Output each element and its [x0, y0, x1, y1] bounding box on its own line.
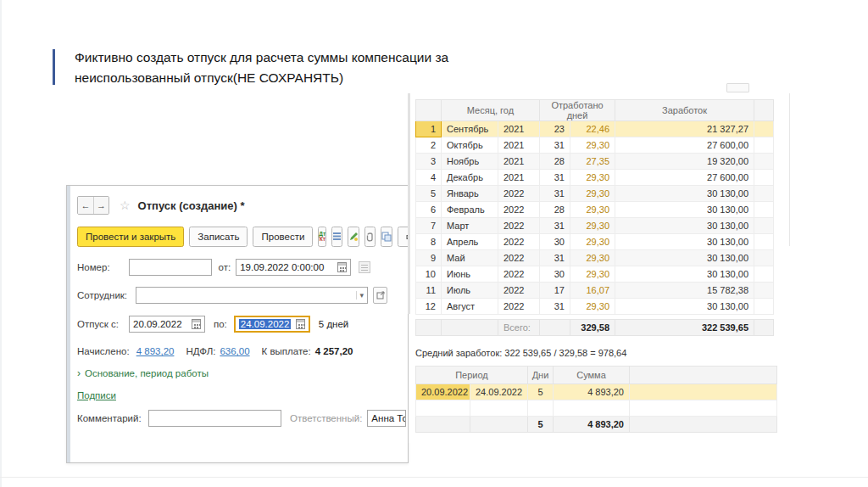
cell-coefficient[interactable]: 29,30	[570, 299, 615, 315]
cell-year[interactable]: 2021	[498, 170, 540, 186]
calendar-icon[interactable]	[337, 262, 347, 272]
cell-coefficient[interactable]: 29,30	[570, 186, 615, 202]
back-arrow-icon[interactable]: ←	[78, 197, 93, 214]
cell-month[interactable]: Январь	[442, 186, 498, 202]
cell-days[interactable]: 31	[540, 137, 570, 154]
col-header-amount[interactable]: Сумма	[554, 367, 630, 384]
favorite-star-icon[interactable]: ☆	[120, 199, 131, 212]
forward-arrow-icon[interactable]: →	[93, 197, 108, 214]
cell-coefficient[interactable]: 29,30	[570, 234, 615, 250]
cell-row-number[interactable]: 2	[416, 137, 442, 154]
copy-structure-button[interactable]	[381, 227, 392, 247]
cell-earnings[interactable]: 30 130,00	[615, 202, 754, 218]
calendar-icon[interactable]	[192, 319, 201, 329]
cell-coefficient[interactable]: 29,30	[570, 218, 615, 234]
cell-coefficient[interactable]: 29,30	[570, 202, 615, 218]
employee-input[interactable]: ▾	[136, 287, 368, 304]
basis-period-link[interactable]: Основание, период работы	[85, 368, 209, 378]
cell-month[interactable]: Май	[442, 250, 498, 266]
cell-row-number[interactable]: 7	[416, 218, 442, 234]
cell-month[interactable]: Февраль	[442, 202, 498, 218]
cell-row-number[interactable]: 8	[416, 234, 442, 250]
cell-month[interactable]: Март	[442, 218, 498, 234]
cell-year[interactable]: 2022	[498, 202, 540, 218]
cell-row-number[interactable]: 10	[416, 266, 442, 283]
document-date-input[interactable]: 19.09.2022 0:00:00	[236, 259, 351, 276]
open-employee-button[interactable]	[373, 287, 387, 304]
cell-earnings[interactable]: 27 600,00	[615, 170, 754, 186]
cell-days[interactable]: 30	[540, 266, 570, 283]
cell-month[interactable]: Апрель	[442, 234, 498, 250]
cell-coefficient[interactable]: 29,30	[570, 266, 615, 283]
accrued-amount-link[interactable]: 4 893,20	[136, 346, 175, 356]
cell-period-amount[interactable]: 4 893,20	[554, 384, 630, 400]
calc-right-scrollbar[interactable]	[789, 93, 790, 246]
calendar-icon[interactable]	[296, 319, 305, 329]
cell-days[interactable]: 28	[540, 154, 570, 170]
vacation-to-input[interactable]: 24.09.2022	[234, 316, 310, 333]
cell-days[interactable]: 23	[540, 121, 570, 137]
post-and-close-button[interactable]: Провести и закрыть	[77, 227, 184, 247]
col-header-earnings[interactable]: Заработок	[615, 100, 754, 121]
cell-month[interactable]: Июль	[442, 283, 498, 299]
earnings-row[interactable]: 9Май20223129,3030 130,00	[416, 250, 774, 266]
cell-year[interactable]: 2021	[498, 154, 540, 170]
cell-row-number[interactable]: 4	[416, 170, 442, 186]
col-header-num[interactable]	[416, 100, 442, 121]
cell-year[interactable]: 2022	[498, 250, 540, 266]
period-row[interactable]: 20.09.202224.09.202254 893,20	[416, 384, 777, 400]
cell-days[interactable]: 31	[540, 170, 570, 186]
cell-month[interactable]: Октябрь	[442, 137, 498, 154]
vacation-from-input[interactable]: 20.09.2022	[129, 316, 205, 333]
cell-earnings[interactable]: 27 600,00	[615, 137, 754, 154]
cell-year[interactable]: 2022	[498, 283, 540, 299]
col-header-period[interactable]: Период	[416, 367, 528, 384]
cell-period-days[interactable]: 5	[528, 384, 554, 400]
cell-coefficient[interactable]: 29,30	[570, 170, 615, 186]
cell-row-number[interactable]: 9	[416, 250, 442, 266]
cropped-button[interactable]	[726, 83, 749, 92]
cell-year[interactable]: 2021	[498, 137, 540, 154]
cell-earnings[interactable]: 30 130,00	[615, 234, 754, 250]
cell-period-from[interactable]: 20.09.2022	[416, 384, 470, 400]
cell-earnings[interactable]: 15 782,38	[615, 283, 754, 299]
earnings-row[interactable]: 8Апрель20223029,3030 130,00	[416, 234, 774, 250]
cell-month[interactable]: Июнь	[442, 266, 498, 283]
attach-button[interactable]	[364, 227, 376, 247]
col-header-month-year[interactable]: Месяц, год	[442, 100, 540, 121]
earnings-row[interactable]: 6Февраль20222829,3030 130,00	[416, 202, 774, 218]
earnings-row[interactable]: 3Ноябрь20212827,3519 320,00	[416, 154, 774, 170]
earnings-row[interactable]: 4Декабрь20213129,3027 600,00	[416, 170, 774, 186]
cell-month[interactable]: Август	[442, 299, 498, 315]
cell-row-number[interactable]: 1	[416, 121, 442, 137]
comment-input[interactable]	[148, 410, 281, 427]
cell-earnings[interactable]: 21 327,27	[615, 121, 754, 137]
cell-period-to[interactable]: 24.09.2022	[470, 384, 528, 400]
edit-button[interactable]	[348, 227, 359, 247]
ndfl-amount-link[interactable]: 636,00	[220, 346, 249, 356]
cell-month[interactable]: Сентябрь	[442, 121, 498, 137]
cell-earnings[interactable]: 30 130,00	[615, 186, 754, 202]
cell-row-number[interactable]: 3	[416, 154, 442, 170]
cell-earnings[interactable]: 30 130,00	[615, 218, 754, 234]
cell-year[interactable]: 2022	[498, 299, 540, 315]
cell-days[interactable]: 30	[540, 234, 570, 250]
cell-earnings[interactable]: 30 130,00	[615, 250, 754, 266]
cell-days[interactable]: 31	[540, 299, 570, 315]
chevron-down-icon[interactable]: ▾	[356, 291, 364, 299]
cell-days[interactable]: 31	[540, 218, 570, 234]
earnings-row[interactable]: 11Июль20221716,0715 782,38	[416, 283, 774, 299]
cell-days[interactable]: 31	[540, 250, 570, 266]
write-button[interactable]: Записать	[189, 227, 248, 247]
list-button[interactable]	[331, 227, 342, 247]
col-header-worked-days[interactable]: Отработано дней	[540, 100, 615, 121]
cell-month[interactable]: Декабрь	[442, 170, 498, 186]
cell-days[interactable]: 28	[540, 202, 570, 218]
col-header-days[interactable]: Дни	[528, 367, 554, 384]
cell-month[interactable]: Ноябрь	[442, 154, 498, 170]
dtkt-button[interactable]: Дт Кт	[318, 227, 326, 247]
signatures-link[interactable]: Подписи	[77, 390, 116, 400]
cell-coefficient[interactable]: 29,30	[570, 137, 615, 154]
cell-row-number[interactable]: 12	[416, 299, 442, 315]
earnings-row[interactable]: 1Сентябрь20212322,4621 327,27	[416, 121, 774, 137]
